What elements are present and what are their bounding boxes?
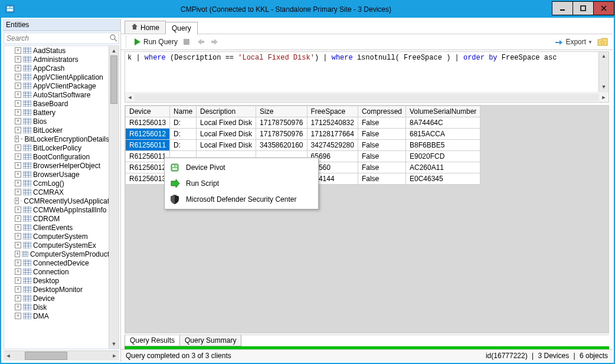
entity-item[interactable]: +BitLockerEncryptionDetails: [4, 135, 109, 143]
close-button[interactable]: [593, 1, 614, 15]
expand-icon[interactable]: +: [15, 91, 21, 98]
expand-icon[interactable]: +: [15, 295, 21, 301]
expand-icon[interactable]: +: [15, 83, 21, 89]
expand-icon[interactable]: +: [15, 277, 21, 284]
expand-icon[interactable]: +: [15, 313, 21, 319]
entity-item[interactable]: +BrowserHelperObject: [4, 161, 109, 170]
hscroll-track[interactable]: [135, 94, 599, 101]
forward-button[interactable]: [210, 37, 220, 47]
column-header[interactable]: Name: [170, 106, 197, 117]
scroll-up-icon[interactable]: ▲: [599, 52, 609, 61]
expand-icon[interactable]: +: [15, 171, 21, 178]
query-hscroll[interactable]: ◄ ►: [125, 92, 609, 102]
scroll-down-icon[interactable]: ▼: [109, 339, 119, 349]
hscroll-thumb[interactable]: [25, 352, 67, 360]
entity-item[interactable]: +CcmLog(): [4, 179, 109, 188]
tab-home[interactable]: Home: [125, 21, 166, 34]
back-button[interactable]: [195, 37, 206, 47]
expand-icon[interactable]: +: [15, 242, 21, 248]
run-query-button[interactable]: Run Query: [134, 38, 178, 46]
entity-item[interactable]: +ConnectedDevice: [4, 258, 109, 267]
stop-button[interactable]: [181, 37, 192, 47]
tree-hscroll[interactable]: ◄ ►: [4, 350, 119, 360]
expand-icon[interactable]: +: [15, 145, 21, 151]
expand-icon[interactable]: +: [15, 100, 21, 107]
expand-icon[interactable]: +: [15, 109, 21, 116]
entity-item[interactable]: +DMA: [4, 311, 109, 320]
tab-query-summary[interactable]: Query Summary: [179, 335, 241, 346]
expand-icon[interactable]: +: [15, 56, 21, 63]
entity-item[interactable]: +ComputerSystem: [4, 232, 109, 241]
scroll-left-icon[interactable]: ◄: [125, 94, 135, 100]
expand-icon[interactable]: +: [15, 118, 21, 124]
query-text[interactable]: k | where (Description == 'Local Fixed D…: [125, 52, 609, 92]
entity-item[interactable]: +ClientEvents: [4, 223, 109, 232]
expand-icon[interactable]: +: [15, 224, 21, 231]
scroll-down-icon[interactable]: ▼: [599, 83, 609, 92]
entity-item[interactable]: +Bios: [4, 117, 109, 126]
expand-icon[interactable]: +: [15, 189, 21, 195]
menu-run-script[interactable]: Run Script: [165, 176, 318, 191]
expand-icon[interactable]: +: [15, 260, 21, 266]
entity-item[interactable]: +DesktopMonitor: [4, 285, 109, 294]
entity-item[interactable]: +CCMWebAppInstallInfo: [4, 205, 109, 214]
expand-icon[interactable]: +: [15, 136, 19, 142]
query-vscroll[interactable]: ▲ ▼: [598, 52, 609, 92]
entity-item[interactable]: +ComputerSystemEx: [4, 241, 109, 250]
expand-icon[interactable]: +: [15, 215, 21, 222]
entity-item[interactable]: +BootConfiguration: [4, 152, 109, 161]
maximize-button[interactable]: [573, 1, 594, 15]
entity-item[interactable]: +Disk: [4, 303, 109, 311]
scroll-left-icon[interactable]: ◄: [4, 353, 13, 359]
expand-icon[interactable]: +: [15, 65, 21, 71]
search-input[interactable]: [4, 32, 119, 44]
table-row[interactable]: R61256012D:Local Fixed Disk1717875097617…: [126, 129, 480, 140]
entity-item[interactable]: +BitLockerPolicy: [4, 143, 109, 152]
menu-device-pivot[interactable]: Device Pivot: [165, 159, 318, 176]
expand-icon[interactable]: +: [15, 206, 21, 213]
entity-item[interactable]: +BaseBoard: [4, 99, 109, 108]
entity-item[interactable]: +AutoStartSoftware: [4, 90, 109, 99]
column-header[interactable]: Device: [126, 106, 170, 117]
favorites-button[interactable]: [596, 37, 609, 47]
entity-item[interactable]: +Battery: [4, 108, 109, 117]
column-header[interactable]: Description: [197, 106, 256, 117]
expand-icon[interactable]: +: [15, 47, 21, 54]
scroll-up-icon[interactable]: ▲: [109, 46, 119, 55]
scroll-right-icon[interactable]: ►: [110, 353, 119, 359]
export-button[interactable]: Export ▼: [554, 38, 593, 46]
entity-item[interactable]: +CDROM: [4, 214, 109, 223]
entity-item[interactable]: +Device: [4, 294, 109, 303]
expand-icon[interactable]: +: [15, 127, 21, 133]
expand-icon[interactable]: +: [15, 286, 21, 293]
expand-icon[interactable]: +: [15, 268, 21, 275]
entity-item[interactable]: +ComputerSystemProduct: [4, 250, 109, 258]
column-header[interactable]: FreeSpace: [307, 106, 358, 117]
entity-item[interactable]: +Connection: [4, 267, 109, 276]
entity-item[interactable]: +AppVClientPackage: [4, 81, 109, 90]
entities-tree[interactable]: +AadStatus+Administrators+AppCrash+AppVC…: [4, 46, 109, 349]
table-row[interactable]: R61256013D:Local Fixed Disk1717875097617…: [126, 117, 480, 129]
tab-query-results[interactable]: Query Results: [125, 335, 180, 346]
menu-defender[interactable]: Microsoft Defender Security Center: [165, 191, 318, 208]
minimize-button[interactable]: [552, 1, 573, 15]
column-header[interactable]: Compressed: [358, 106, 405, 117]
tree-vscroll[interactable]: ▲ ▼: [109, 46, 119, 349]
entity-item[interactable]: +Desktop: [4, 276, 109, 285]
entity-item[interactable]: +AppCrash: [4, 64, 109, 73]
entity-item[interactable]: +Administrators: [4, 55, 109, 64]
entity-item[interactable]: +BrowserUsage: [4, 170, 109, 179]
expand-icon[interactable]: +: [15, 153, 21, 160]
entity-item[interactable]: +CCMRecentlyUsedApplicat: [4, 196, 109, 205]
expand-icon[interactable]: +: [15, 304, 21, 310]
tab-query[interactable]: Query: [165, 22, 198, 34]
entity-item[interactable]: +AppVClientApplication: [4, 73, 109, 81]
scroll-thumb[interactable]: [110, 55, 117, 104]
expand-icon[interactable]: +: [15, 251, 20, 257]
table-row[interactable]: R61256011D:Local Fixed Disk3435862016034…: [126, 140, 480, 151]
expand-icon[interactable]: +: [15, 233, 21, 240]
column-header[interactable]: VolumeSerialNumber: [405, 106, 480, 117]
entity-item[interactable]: +CCMRAX: [4, 188, 109, 196]
column-header[interactable]: Size: [256, 106, 307, 117]
expand-icon[interactable]: +: [15, 198, 19, 204]
